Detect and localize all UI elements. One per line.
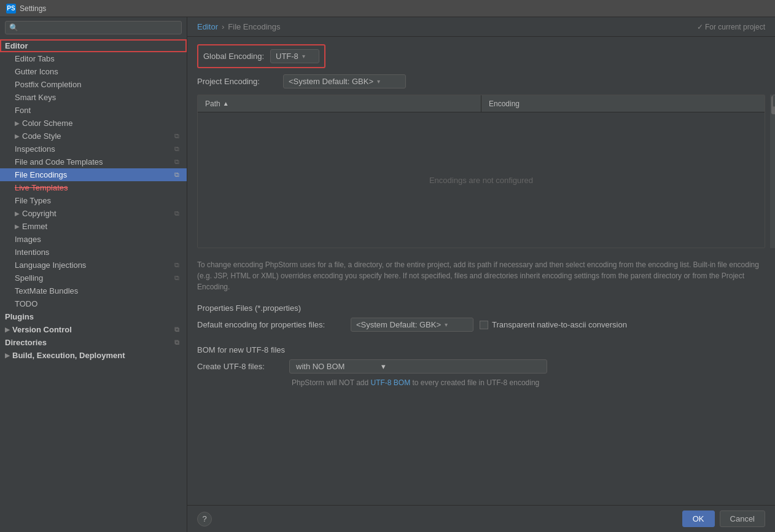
properties-encoding-select[interactable]: <System Default: GBK> ▾ — [351, 318, 473, 332]
sidebar-item-code-style[interactable]: ▶Code Style ⧉ — [0, 130, 187, 143]
app-title: Settings — [20, 4, 46, 13]
copy-icon: ⧉ — [174, 326, 179, 334]
bom-create-row: Create UTF-8 files: with NO BOM ▾ — [197, 359, 765, 374]
global-encoding-select[interactable]: UTF-8 ▾ — [270, 49, 319, 63]
sidebar-item-intentions[interactable]: Intentions — [0, 246, 187, 259]
sidebar-item-label: Intentions — [15, 248, 49, 257]
bom-hint-link[interactable]: UTF-8 BOM — [371, 378, 411, 387]
search-input[interactable] — [21, 23, 177, 32]
sidebar-item-label: Plugins — [5, 312, 34, 321]
table-body: Encodings are not configured — [198, 112, 765, 248]
path-column-label: Path — [205, 100, 220, 108]
default-encoding-label: Default encoding for properties files: — [197, 320, 345, 329]
sidebar-item-font[interactable]: Font — [0, 104, 187, 117]
sidebar-item-inspections[interactable]: Inspections ⧉ — [0, 143, 187, 155]
arrow-icon: ▶ — [15, 223, 20, 230]
copy-icon: ⧉ — [174, 145, 179, 153]
sidebar-item-label: Font — [15, 106, 31, 115]
sidebar-item-color-scheme[interactable]: ▶Color Scheme — [0, 117, 187, 130]
sidebar-item-postfix-completion[interactable]: Postfix Completion — [0, 78, 187, 91]
arrow-icon: ▶ — [5, 326, 10, 333]
properties-section: Properties Files (*.properties) Default … — [197, 303, 765, 337]
sidebar-item-language-injections[interactable]: Language Injections ⧉ — [0, 259, 187, 272]
global-encoding-row: Global Encoding: UTF-8 ▾ — [197, 44, 325, 68]
sidebar-item-build-execution[interactable]: ▶Build, Execution, Deployment — [0, 349, 187, 362]
properties-encoding-row: Default encoding for properties files: <… — [197, 318, 765, 332]
encoding-table-wrapper: Path ▲ Encoding Encodings are not config… — [197, 95, 765, 248]
project-encoding-row: Project Encoding: <System Default: GBK> … — [197, 74, 765, 88]
bom-hint: PhpStorm will NOT add UTF-8 BOM to every… — [197, 378, 765, 387]
table-header-path: Path ▲ — [198, 95, 481, 112]
sidebar-item-label: File and Code Templates — [15, 157, 103, 166]
dialog-content: 🔍 Editor Editor Tabs Gutter Icons Postfi… — [0, 17, 775, 532]
info-text: To change encoding PhpStorm uses for a f… — [197, 254, 765, 297]
arrow-icon: ▶ — [15, 133, 20, 139]
breadcrumb: Editor › File Encodings ✓ For current pr… — [187, 17, 775, 37]
sidebar-item-label: File Encodings — [15, 170, 67, 179]
breadcrumb-current: File Encodings — [228, 22, 280, 31]
sidebar-item-file-types[interactable]: File Types — [0, 194, 187, 207]
for-current-project: ✓ For current project — [697, 23, 765, 31]
scrollbar[interactable] — [770, 95, 775, 248]
settings-dialog: 🔍 Editor Editor Tabs Gutter Icons Postfi… — [0, 17, 775, 532]
sidebar-item-label: File Types — [15, 196, 51, 205]
sidebar-item-version-control[interactable]: ▶Version Control ⧉ — [0, 323, 187, 336]
bom-section: BOM for new UTF-8 files Create UTF-8 fil… — [197, 345, 765, 387]
sidebar: 🔍 Editor Editor Tabs Gutter Icons Postfi… — [0, 17, 187, 532]
sidebar-item-label: Gutter Icons — [15, 67, 58, 76]
sidebar-item-file-code-templates[interactable]: File and Code Templates ⧉ — [0, 155, 187, 168]
sidebar-item-label: Spelling — [15, 273, 43, 283]
sidebar-item-plugins[interactable]: Plugins — [0, 310, 187, 323]
sidebar-item-label: Language Injections — [15, 260, 86, 270]
sidebar-item-label: Smart Keys — [15, 93, 56, 102]
sidebar-item-label: ▶Build, Execution, Deployment — [5, 351, 125, 360]
sidebar-section: Editor Editor Tabs Gutter Icons Postfix … — [0, 38, 187, 363]
add-encoding-button[interactable]: + — [773, 95, 775, 107]
project-encoding-select[interactable]: <System Default: GBK> ▾ — [283, 74, 406, 88]
help-button[interactable]: ? — [197, 512, 212, 526]
ok-button[interactable]: OK — [682, 510, 715, 527]
sidebar-item-live-templates[interactable]: Live Templates — [0, 181, 187, 194]
sidebar-item-emmet[interactable]: ▶Emmet — [0, 220, 187, 233]
settings-panel: Global Encoding: UTF-8 ▾ Project Encodin… — [187, 37, 775, 505]
sidebar-item-directories[interactable]: Directories ⧉ — [0, 336, 187, 349]
sidebar-item-label: Editor — [5, 41, 28, 50]
arrow-icon: ▶ — [15, 210, 20, 217]
transparent-checkbox[interactable] — [480, 321, 488, 329]
bom-hint-text: PhpStorm will NOT add — [292, 378, 371, 387]
sidebar-item-images[interactable]: Images — [0, 233, 187, 246]
dropdown-arrow-icon: ▾ — [377, 78, 380, 85]
sidebar-item-label: Directories — [5, 338, 47, 347]
copy-icon: ⧉ — [174, 261, 179, 269]
sidebar-item-smart-keys[interactable]: Smart Keys — [0, 91, 187, 104]
global-encoding-value: UTF-8 — [276, 52, 298, 61]
copy-icon: ⧉ — [174, 209, 179, 217]
sidebar-item-file-encodings[interactable]: File Encodings ⧉ — [0, 168, 187, 181]
sidebar-item-gutter-icons[interactable]: Gutter Icons — [0, 65, 187, 78]
sidebar-item-label: ▶Color Scheme — [15, 119, 72, 128]
title-bar: PS Settings — [0, 0, 775, 17]
sidebar-item-editor-tabs[interactable]: Editor Tabs — [0, 52, 187, 65]
copy-icon: ⧉ — [174, 132, 179, 140]
sort-icon: ▲ — [223, 100, 229, 107]
copy-icon: ⧉ — [174, 171, 179, 179]
sidebar-item-label: ▶Version Control — [5, 325, 72, 334]
sidebar-item-copyright[interactable]: ▶Copyright ⧉ — [0, 207, 187, 220]
search-box[interactable]: 🔍 — [5, 21, 182, 34]
table-empty-text: Encodings are not configured — [429, 176, 533, 185]
bom-hint-text-end: to every created file in UTF-8 encoding — [410, 378, 539, 387]
sidebar-item-label: Inspections — [15, 144, 55, 154]
sidebar-item-editor[interactable]: Editor — [0, 39, 187, 52]
sidebar-item-spelling[interactable]: Spelling ⧉ — [0, 272, 187, 284]
sidebar-item-textmate-bundles[interactable]: TextMate Bundles — [0, 284, 187, 297]
table-header: Path ▲ Encoding — [198, 95, 765, 112]
sidebar-item-label: ▶Code Style — [15, 131, 61, 141]
cancel-button[interactable]: Cancel — [720, 510, 765, 527]
breadcrumb-parent[interactable]: Editor — [197, 22, 218, 31]
sidebar-item-label: TextMate Bundles — [15, 286, 78, 295]
bom-select[interactable]: with NO BOM ▾ — [289, 359, 547, 374]
properties-encoding-value: <System Default: GBK> — [356, 320, 441, 329]
sidebar-item-label: Editor Tabs — [15, 54, 55, 63]
sidebar-item-todo[interactable]: TODO — [0, 297, 187, 310]
global-encoding-label: Global Encoding: — [203, 52, 264, 61]
